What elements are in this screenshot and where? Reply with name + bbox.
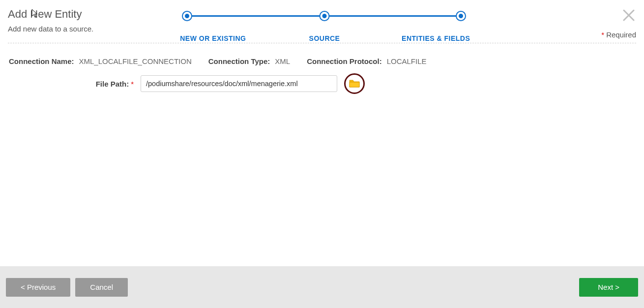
step-dot-2[interactable] <box>321 12 329 20</box>
connection-type-label: Connection Type: <box>208 57 270 65</box>
browse-button[interactable] <box>344 73 365 94</box>
close-button[interactable] <box>622 9 635 22</box>
folder-icon <box>349 79 360 89</box>
file-path-label: File Path:* <box>9 80 136 88</box>
connection-name-label: Connection Name: <box>9 57 74 65</box>
connection-type-value: XML <box>275 57 290 65</box>
connection-protocol-label: Connection Protocol: <box>307 57 382 65</box>
cancel-button[interactable]: Cancel <box>75 278 128 297</box>
close-icon <box>622 9 635 22</box>
file-path-input[interactable] <box>141 75 337 92</box>
step-label-2[interactable]: SOURCE <box>269 34 381 42</box>
stepper: NEW OR EXISTING SOURCE ENTITIES & FIELDS <box>157 12 492 42</box>
previous-button[interactable]: < Previous <box>6 278 70 297</box>
step-dot-1[interactable] <box>183 12 191 20</box>
next-button[interactable]: Next > <box>579 278 638 297</box>
step-label-1[interactable]: NEW OR EXISTING <box>157 34 269 42</box>
required-note: *Required <box>601 31 636 39</box>
footer: < Previous Cancel Next > <box>0 266 644 308</box>
step-dot-3[interactable] <box>457 12 465 20</box>
connection-name-value: XML_LOCALFILE_CONNECTION <box>79 57 192 65</box>
step-label-3[interactable]: ENTITIES & FIELDS <box>380 34 492 42</box>
connection-protocol-value: LOCALFILE <box>387 57 427 65</box>
